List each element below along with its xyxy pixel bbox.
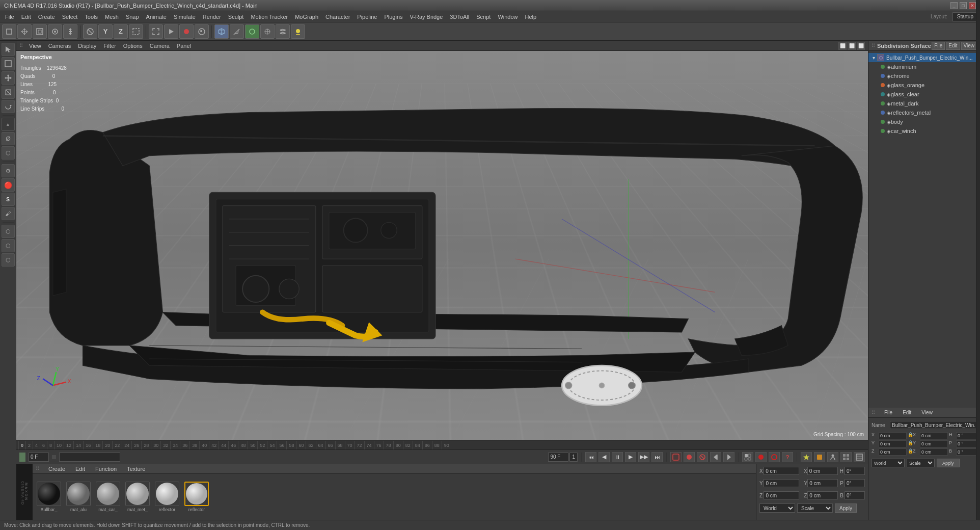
scene-item-reflectors-metal[interactable]: ◈ reflectors_metal — [868, 108, 980, 117]
viewport-3d[interactable]: X Y Z Perspective Triangles 1296428 — [16, 51, 868, 440]
maximize-button[interactable]: □ — [960, 2, 967, 9]
tb-pen[interactable] — [230, 24, 244, 39]
scene-item-body[interactable]: ◈ body — [868, 117, 980, 126]
world-dropdown[interactable]: World Object — [759, 503, 795, 513]
tool-point[interactable]: ⬡ — [2, 146, 15, 160]
tb-frame-all[interactable] — [149, 24, 163, 39]
btn-prev-key[interactable] — [710, 452, 721, 462]
btn-red-record[interactable] — [755, 452, 767, 462]
rb-z-field[interactable] — [879, 448, 907, 456]
menu-mograph[interactable]: MoGraph — [292, 13, 321, 21]
vp-menu-display[interactable]: Display — [75, 43, 99, 49]
btn-red-circle[interactable] — [769, 452, 780, 462]
layout-dropdown[interactable]: Startup — [952, 12, 978, 21]
menu-tools[interactable]: Tools — [81, 13, 101, 21]
menu-plugins[interactable]: Plugins — [381, 13, 405, 21]
scene-item-glass-clear[interactable]: ◈ glass_clear — [868, 90, 980, 99]
rb-edit[interactable]: Edit — [900, 410, 914, 415]
tool-knife[interactable]: ⚙ — [2, 164, 15, 177]
rb-h-field[interactable] — [956, 432, 976, 439]
menu-vray[interactable]: V-Ray Bridge — [407, 13, 446, 21]
tool-edge[interactable]: ∅ — [2, 132, 15, 145]
rb-file[interactable]: File — [881, 410, 895, 415]
menu-sculpt[interactable]: Sculpt — [225, 13, 247, 21]
mat-menu-function[interactable]: Function — [92, 466, 120, 472]
mat-item-5[interactable]: reflector — [154, 482, 180, 512]
btn-grid-sq[interactable] — [840, 452, 852, 462]
menu-file[interactable]: File — [2, 13, 17, 21]
btn-record-key[interactable] — [684, 452, 695, 462]
tool-axis[interactable]: ⬡ — [2, 253, 15, 267]
btn-prev-frame[interactable]: ◀ — [598, 452, 610, 462]
attrib-h-field[interactable] — [845, 467, 865, 475]
mat-item-6[interactable]: reflector — [183, 482, 210, 512]
tool-select[interactable] — [2, 43, 15, 56]
btn-view-lnk[interactable] — [742, 452, 753, 462]
vp-menu-filter[interactable]: Filter — [100, 43, 119, 49]
btn-next-key[interactable] — [723, 452, 734, 462]
btn-rewind[interactable]: ⏮ — [585, 452, 596, 462]
tool-scale[interactable] — [2, 86, 15, 99]
tool-move[interactable] — [2, 71, 15, 85]
vp-icon-3[interactable]: ⬜ — [857, 42, 865, 50]
rpanel-edit[interactable]: Edit — [946, 42, 960, 50]
rb-p-field[interactable] — [956, 440, 976, 447]
rb-name-field[interactable] — [890, 421, 977, 429]
tb-spline[interactable] — [245, 24, 259, 39]
menu-animate[interactable]: Animate — [143, 13, 170, 21]
vp-icon-1[interactable]: ⬜ — [838, 42, 847, 50]
btn-end[interactable]: ⏭ — [651, 452, 663, 462]
menu-snap[interactable]: Snap — [123, 13, 142, 21]
attrib-z2-field[interactable] — [807, 491, 838, 499]
tool-magnet[interactable]: 🔴 — [2, 178, 15, 192]
menu-mesh[interactable]: Mesh — [102, 13, 122, 21]
end-frame-input[interactable] — [548, 453, 568, 462]
tool-symmetry[interactable]: ⬡ — [2, 239, 15, 252]
menu-script[interactable]: Script — [473, 13, 494, 21]
tool-polygon[interactable]: ▲ — [2, 118, 15, 131]
tb-deformer[interactable] — [276, 24, 290, 39]
attrib-y2-field[interactable] — [807, 479, 838, 487]
rpanel-view[interactable]: View — [961, 42, 977, 50]
menu-window[interactable]: Window — [495, 13, 521, 21]
menu-simulate[interactable]: Simulate — [171, 13, 199, 21]
vp-menu-cameras[interactable]: Cameras — [45, 43, 74, 49]
minimize-button[interactable]: _ — [950, 2, 958, 9]
scene-item-car-winch[interactable]: ◈ car_winch — [868, 126, 980, 136]
rb-world-dropdown[interactable]: World — [872, 459, 905, 467]
btn-stop[interactable]: ⏸ — [612, 452, 623, 462]
btn-list[interactable] — [854, 452, 865, 462]
vp-menu-options[interactable]: Options — [120, 43, 146, 49]
menu-pipeline[interactable]: Pipeline — [354, 13, 380, 21]
close-button[interactable]: ✕ — [969, 2, 976, 9]
btn-auto-key[interactable] — [670, 452, 682, 462]
tb-combined-move[interactable] — [63, 24, 77, 39]
tool-live-sel[interactable] — [2, 57, 15, 70]
vp-icon-2[interactable]: ⬜ — [848, 42, 856, 50]
tb-play[interactable] — [164, 24, 178, 39]
mat-menu-create[interactable]: Create — [45, 466, 68, 472]
tool-sculpt-brush[interactable]: S — [2, 193, 15, 206]
attrib-b-field[interactable] — [845, 491, 865, 499]
scene-root-item[interactable]: ▾ ⬡ Bullbar_Push_Bumper_Electric_Win... — [868, 53, 980, 62]
menu-render[interactable]: Render — [200, 13, 224, 21]
scene-item-glass-orange[interactable]: ◈ glass_orange — [868, 81, 980, 90]
menu-create[interactable]: Create — [35, 13, 58, 21]
rb-z2-field[interactable] — [920, 448, 948, 456]
menu-help[interactable]: Help — [522, 13, 540, 21]
tool-mirror[interactable]: ⬡ — [2, 225, 15, 238]
tb-sel-y[interactable]: Y — [98, 24, 113, 39]
btn-star[interactable] — [801, 452, 812, 462]
tb-subdiv[interactable] — [260, 24, 275, 39]
attrib-x-field[interactable] — [764, 467, 799, 475]
rb-scale-dropdown[interactable]: Scale — [907, 459, 935, 467]
rb-x-field[interactable] — [879, 432, 907, 439]
btn-orange-sq[interactable] — [814, 452, 825, 462]
attrib-x2-field[interactable] — [807, 467, 838, 475]
attrib-z-field[interactable] — [764, 491, 799, 499]
mat-menu-edit[interactable]: Edit — [72, 466, 88, 472]
mat-item-2[interactable]: mat_alu — [65, 482, 92, 512]
scale-dropdown[interactable]: Scale — [797, 503, 833, 513]
btn-play[interactable]: ▶ — [625, 452, 636, 462]
btn-delete-key[interactable] — [697, 452, 708, 462]
